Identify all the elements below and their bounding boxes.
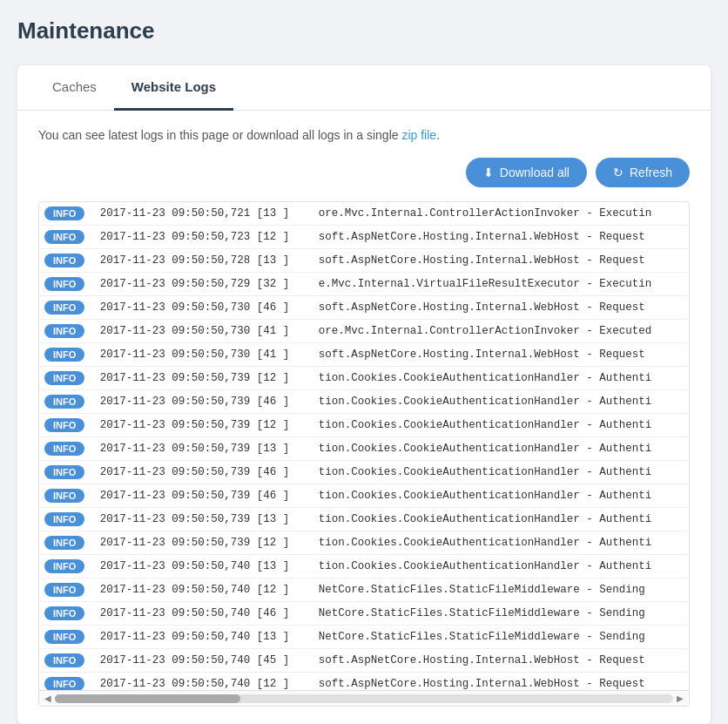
log-level-badge: INFO	[44, 677, 84, 690]
log-level-badge: INFO	[44, 442, 84, 456]
scrollbar-track[interactable]	[55, 694, 673, 703]
log-timestamp: 2017-11-23 09:50:50,740 [12 ]	[95, 673, 313, 691]
zip-link[interactable]: zip file	[401, 128, 436, 142]
tab-caches[interactable]: Caches	[35, 65, 114, 111]
log-message: soft.AspNetCore.Hosting.Internal.WebHost…	[313, 226, 689, 249]
log-message: tion.Cookies.CookieAuthenticationHandler…	[313, 508, 689, 531]
log-level-badge: INFO	[44, 559, 84, 573]
log-timestamp: 2017-11-23 09:50:50,740 [46 ]	[95, 602, 313, 626]
log-row: INFO 2017-11-23 09:50:50,721 [13 ] ore.M…	[39, 202, 689, 226]
log-row: INFO 2017-11-23 09:50:50,739 [12 ] tion.…	[39, 414, 689, 437]
log-level-badge: INFO	[44, 465, 84, 479]
log-row: INFO 2017-11-23 09:50:50,740 [13 ] NetCo…	[39, 626, 689, 649]
log-row: INFO 2017-11-23 09:50:50,739 [46 ] tion.…	[39, 484, 689, 508]
log-row: INFO 2017-11-23 09:50:50,740 [12 ] soft.…	[39, 673, 689, 691]
log-timestamp: 2017-11-23 09:50:50,721 [13 ]	[95, 202, 313, 226]
log-row: INFO 2017-11-23 09:50:50,739 [13 ] tion.…	[39, 437, 689, 461]
log-row: INFO 2017-11-23 09:50:50,739 [12 ] tion.…	[39, 367, 689, 390]
log-row: INFO 2017-11-23 09:50:50,740 [13 ] tion.…	[39, 555, 689, 579]
log-row: INFO 2017-11-23 09:50:50,739 [46 ] tion.…	[39, 461, 689, 484]
log-row: INFO 2017-11-23 09:50:50,739 [12 ] tion.…	[39, 531, 689, 555]
log-message: tion.Cookies.CookieAuthenticationHandler…	[313, 461, 689, 484]
log-message: soft.AspNetCore.Hosting.Internal.WebHost…	[313, 649, 689, 673]
log-row: INFO 2017-11-23 09:50:50,730 [41 ] soft.…	[39, 343, 689, 367]
tab-bar: Caches Website Logs	[17, 65, 711, 111]
log-row: INFO 2017-11-23 09:50:50,740 [12 ] NetCo…	[39, 579, 689, 602]
log-message: e.Mvc.Internal.VirtualFileResultExecutor…	[313, 273, 689, 296]
log-level-badge: INFO	[44, 348, 84, 362]
log-timestamp: 2017-11-23 09:50:50,730 [41 ]	[95, 320, 313, 343]
download-all-button[interactable]: ⬇ Download all	[466, 158, 587, 187]
log-row: INFO 2017-11-23 09:50:50,730 [41 ] ore.M…	[39, 320, 689, 343]
log-level-badge: INFO	[44, 324, 84, 338]
log-level-badge: INFO	[44, 254, 84, 267]
log-timestamp: 2017-11-23 09:50:50,739 [12 ]	[95, 531, 313, 555]
main-card: Caches Website Logs You can see latest l…	[17, 65, 711, 724]
scroll-right-arrow[interactable]: ▶	[677, 694, 684, 703]
page-title: Maintenance	[17, 17, 711, 44]
refresh-icon: ↻	[613, 166, 624, 179]
toolbar: ⬇ Download all ↻ Refresh	[38, 158, 690, 187]
refresh-button[interactable]: ↻ Refresh	[596, 158, 690, 187]
log-level-badge: INFO	[44, 536, 84, 550]
info-text: You can see latest logs in this page or …	[38, 128, 690, 142]
log-timestamp: 2017-11-23 09:50:50,723 [12 ]	[95, 226, 313, 249]
log-row: INFO 2017-11-23 09:50:50,740 [45 ] soft.…	[39, 649, 689, 673]
log-timestamp: 2017-11-23 09:50:50,739 [46 ]	[95, 390, 313, 414]
log-level-badge: INFO	[44, 277, 84, 291]
log-message: tion.Cookies.CookieAuthenticationHandler…	[313, 367, 689, 390]
download-icon: ⬇	[483, 166, 494, 179]
log-timestamp: 2017-11-23 09:50:50,739 [12 ]	[95, 367, 313, 390]
log-message: tion.Cookies.CookieAuthenticationHandler…	[313, 531, 689, 555]
log-container: INFO 2017-11-23 09:50:50,721 [13 ] ore.M…	[38, 201, 690, 707]
log-level-badge: INFO	[44, 395, 84, 409]
log-timestamp: 2017-11-23 09:50:50,730 [41 ]	[95, 343, 313, 367]
log-row: INFO 2017-11-23 09:50:50,740 [46 ] NetCo…	[39, 602, 689, 626]
log-level-badge: INFO	[44, 583, 84, 597]
log-timestamp: 2017-11-23 09:50:50,739 [13 ]	[95, 508, 313, 531]
log-message: NetCore.StaticFiles.StaticFileMiddleware…	[313, 579, 689, 602]
log-timestamp: 2017-11-23 09:50:50,730 [46 ]	[95, 296, 313, 320]
log-level-badge: INFO	[44, 653, 84, 667]
log-level-badge: INFO	[44, 418, 84, 432]
log-message: tion.Cookies.CookieAuthenticationHandler…	[313, 484, 689, 508]
log-level-badge: INFO	[44, 206, 84, 220]
log-message: tion.Cookies.CookieAuthenticationHandler…	[313, 414, 689, 437]
log-level-badge: INFO	[44, 630, 84, 644]
log-timestamp: 2017-11-23 09:50:50,740 [13 ]	[95, 555, 313, 579]
log-message: tion.Cookies.CookieAuthenticationHandler…	[313, 555, 689, 579]
log-row: INFO 2017-11-23 09:50:50,730 [46 ] soft.…	[39, 296, 689, 320]
log-level-badge: INFO	[44, 230, 84, 244]
card-body: You can see latest logs in this page or …	[17, 111, 711, 724]
log-timestamp: 2017-11-23 09:50:50,739 [12 ]	[95, 414, 313, 437]
log-timestamp: 2017-11-23 09:50:50,740 [13 ]	[95, 626, 313, 649]
horizontal-scrollbar[interactable]: ◀ ▶	[39, 690, 689, 706]
log-message: ore.Mvc.Internal.ControllerActionInvoker…	[313, 202, 689, 226]
log-timestamp: 2017-11-23 09:50:50,728 [13 ]	[95, 249, 313, 273]
log-table: INFO 2017-11-23 09:50:50,721 [13 ] ore.M…	[39, 202, 689, 690]
log-message: soft.AspNetCore.Hosting.Internal.WebHost…	[313, 343, 689, 367]
log-scroll[interactable]: INFO 2017-11-23 09:50:50,721 [13 ] ore.M…	[39, 202, 689, 690]
scroll-left-arrow[interactable]: ◀	[44, 694, 51, 703]
log-level-badge: INFO	[44, 512, 84, 526]
log-level-badge: INFO	[44, 301, 84, 315]
log-row: INFO 2017-11-23 09:50:50,739 [46 ] tion.…	[39, 390, 689, 414]
log-timestamp: 2017-11-23 09:50:50,739 [46 ]	[95, 461, 313, 484]
log-level-badge: INFO	[44, 489, 84, 503]
log-level-badge: INFO	[44, 371, 84, 385]
log-row: INFO 2017-11-23 09:50:50,739 [13 ] tion.…	[39, 508, 689, 531]
log-message: tion.Cookies.CookieAuthenticationHandler…	[313, 390, 689, 414]
log-message: soft.AspNetCore.Hosting.Internal.WebHost…	[313, 249, 689, 273]
log-timestamp: 2017-11-23 09:50:50,740 [12 ]	[95, 579, 313, 602]
log-timestamp: 2017-11-23 09:50:50,739 [46 ]	[95, 484, 313, 508]
log-message: ore.Mvc.Internal.ControllerActionInvoker…	[313, 320, 689, 343]
log-message: NetCore.StaticFiles.StaticFileMiddleware…	[313, 626, 689, 649]
log-message: NetCore.StaticFiles.StaticFileMiddleware…	[313, 602, 689, 626]
log-message: soft.AspNetCore.Hosting.Internal.WebHost…	[313, 296, 689, 320]
log-row: INFO 2017-11-23 09:50:50,723 [12 ] soft.…	[39, 226, 689, 249]
log-timestamp: 2017-11-23 09:50:50,729 [32 ]	[95, 273, 313, 296]
log-row: INFO 2017-11-23 09:50:50,729 [32 ] e.Mvc…	[39, 273, 689, 296]
tab-website-logs[interactable]: Website Logs	[114, 65, 233, 111]
scrollbar-thumb	[55, 694, 240, 703]
log-message: tion.Cookies.CookieAuthenticationHandler…	[313, 437, 689, 461]
